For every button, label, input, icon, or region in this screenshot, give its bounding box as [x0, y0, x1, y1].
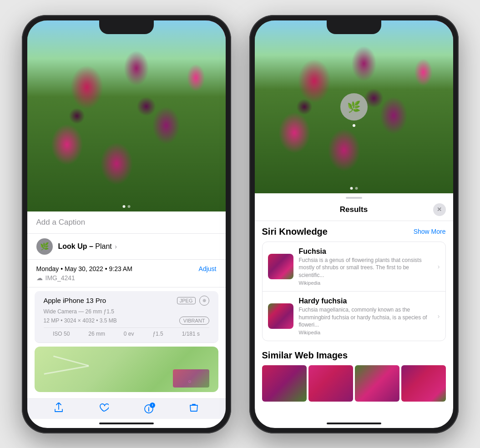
exif-mm: 26 mm — [88, 331, 105, 337]
map-road-1 — [53, 355, 88, 366]
dot-r2 — [355, 187, 358, 190]
metadata-section: Monday • May 30, 2022 • 9:23 AM Adjust ☁… — [27, 260, 226, 287]
caption-area[interactable]: Add a Caption — [27, 211, 226, 234]
lookup-subject: Plant — [95, 242, 111, 250]
map-inset-img — [173, 369, 209, 388]
lookup-row[interactable]: 🌿 Look Up – Plant › — [27, 234, 226, 260]
fuchsia-title: Fuchsia — [299, 247, 430, 256]
phone2-screen: 🌿 Results ✕ Siri — [255, 20, 453, 428]
similar-section: Similar Web Images — [255, 345, 453, 405]
hardy-chevron: › — [438, 312, 440, 320]
fuchsia-desc: Fuchsia is a genus of flowering plants t… — [299, 257, 430, 279]
heart-button[interactable] — [99, 403, 109, 415]
similar-images-grid — [262, 365, 446, 402]
photo-flowers-left[interactable] — [27, 20, 226, 211]
hardy-content: Hardy fuchsia Fuchsia magellanica, commo… — [299, 297, 430, 335]
date-row: Monday • May 30, 2022 • 9:23 AM Adjust — [36, 265, 217, 272]
date-text: Monday • May 30, 2022 • 9:23 AM — [36, 265, 132, 272]
info-button[interactable]: i — [144, 404, 154, 414]
similar-image-1[interactable] — [262, 365, 307, 402]
caption-placeholder[interactable]: Add a Caption — [36, 218, 86, 227]
adjust-button[interactable]: Adjust — [199, 265, 217, 272]
similar-image-3[interactable] — [355, 365, 399, 402]
page-dots — [122, 205, 130, 208]
hardy-thumbnail — [268, 303, 293, 329]
lookup-chevron: › — [115, 243, 117, 250]
phone-right: 🌿 Results ✕ Siri — [249, 15, 459, 433]
exif-f: ƒ1.5 — [152, 331, 163, 337]
page-dots-right — [350, 187, 358, 190]
photo-flowers-right[interactable]: 🌿 — [255, 20, 453, 193]
flower-overlay — [27, 20, 226, 211]
exif-ev: 0 ev — [124, 331, 134, 337]
map-road-2 — [44, 365, 89, 374]
results-title: Results — [275, 205, 433, 214]
notch-left — [99, 20, 154, 34]
close-button[interactable]: ✕ — [433, 203, 446, 216]
siri-dot — [353, 124, 355, 127]
similar-header: Similar Web Images — [262, 350, 446, 361]
siri-section-header: Siri Knowledge Show More — [262, 227, 446, 237]
phone1-screen: Add a Caption 🌿 Look Up – Plant › Monday… — [27, 20, 226, 428]
siri-section-title: Siri Knowledge — [262, 227, 328, 237]
fuchsia-thumbnail — [268, 254, 293, 279]
similar-image-4[interactable] — [401, 365, 446, 402]
trash-button[interactable] — [189, 403, 199, 415]
lookup-text: Look Up – Plant › — [58, 242, 117, 251]
map-inset — [173, 369, 209, 388]
knowledge-item-hardy[interactable]: Hardy fuchsia Fuchsia magellanica, commo… — [263, 292, 445, 341]
home-indicator-right — [327, 423, 381, 424]
photo-specs: 12 MP • 3024 × 4032 • 3.5 MB VIBRANT — [44, 317, 209, 325]
knowledge-item-fuchsia[interactable]: Fuchsia Fuchsia is a genus of flowering … — [263, 242, 445, 292]
camera-badges: JPEG ⊕ — [177, 296, 209, 306]
phones-container: Add a Caption 🌿 Look Up – Plant › Monday… — [22, 15, 459, 433]
fuchsia-content: Fuchsia Fuchsia is a genus of flowering … — [299, 247, 430, 286]
siri-knowledge-section: Siri Knowledge Show More Fuchsia Fuchsia… — [255, 221, 453, 345]
cloud-icon: ☁ — [36, 274, 43, 282]
share-button[interactable] — [54, 403, 64, 415]
location-icon: ⊕ — [199, 296, 209, 306]
camera-name: Apple iPhone 13 Pro — [44, 297, 106, 304]
filename-row: ☁ IMG_4241 — [36, 274, 217, 282]
fuchsia-source: Wikipedia — [299, 280, 430, 286]
siri-badge[interactable]: 🌿 — [340, 93, 368, 121]
results-sheet: Results ✕ Siri Knowledge Show More — [255, 197, 453, 406]
dot-r1 — [350, 187, 353, 190]
similar-image-2[interactable] — [308, 365, 353, 402]
similar-title: Similar Web Images — [262, 350, 348, 361]
map-thumbnail[interactable] — [35, 347, 218, 392]
camera-header: Apple iPhone 13 Pro JPEG ⊕ — [44, 296, 209, 306]
show-more-button[interactable]: Show More — [414, 228, 446, 235]
filename: IMG_4241 — [45, 274, 75, 282]
phone-left: Add a Caption 🌿 Look Up – Plant › Monday… — [22, 15, 231, 433]
camera-details: Wide Camera — 26 mm ƒ1.5 — [44, 308, 209, 315]
notch-right — [327, 20, 381, 34]
siri-plant-icon: 🌿 — [36, 238, 53, 255]
dot-2 — [127, 205, 130, 208]
info-badge-dot: i — [150, 403, 155, 408]
hardy-source: Wikipedia — [299, 330, 430, 335]
knowledge-card: Fuchsia Fuchsia is a genus of flowering … — [262, 242, 446, 342]
camera-info-card: Apple iPhone 13 Pro JPEG ⊕ Wide Camera —… — [35, 291, 218, 343]
fuchsia-chevron: › — [438, 263, 440, 270]
dot-1 — [122, 205, 125, 208]
exif-iso: ISO 50 — [53, 331, 70, 337]
home-indicator-left — [99, 423, 154, 424]
jpeg-badge: JPEG — [177, 297, 196, 304]
exif-speed: 1/181 s — [182, 331, 200, 337]
vibrant-badge: VIBRANT — [179, 317, 209, 325]
hardy-title: Hardy fuchsia — [299, 297, 430, 305]
results-header: Results ✕ — [255, 199, 453, 221]
specs-text: 12 MP • 3024 × 4032 • 3.5 MB — [44, 317, 117, 324]
hardy-desc: Fuchsia magellanica, commonly known as t… — [299, 306, 430, 329]
toolbar: i — [27, 398, 226, 419]
exif-row: ISO 50 26 mm 0 ev ƒ1.5 1/181 s — [44, 327, 209, 338]
